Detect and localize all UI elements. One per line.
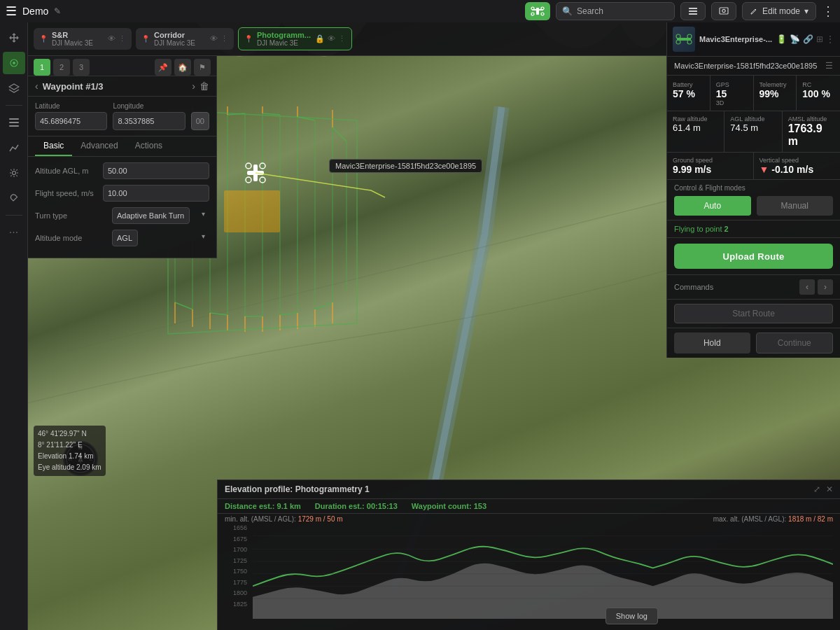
map-area[interactable]: 📍 S&R DJI Mavic 3E 👁⋮ 📍 Corridor DJI Mav… bbox=[28, 22, 840, 630]
rp-battery-label: Battery bbox=[673, 81, 704, 88]
latitude-label: Latitude bbox=[35, 102, 107, 110]
rp-agl-alt-value: 74.5 m bbox=[730, 122, 776, 133]
rp-modes-label: Control & Flight modes bbox=[674, 184, 833, 192]
wp-tabs-row: 1 2 3 📌 🏠 ⚑ bbox=[28, 56, 216, 76]
flight-speed-label: Flight speed, m/s bbox=[35, 189, 103, 197]
show-log-button[interactable]: Show log bbox=[606, 608, 658, 624]
wp-tab-flag[interactable]: ⚑ bbox=[194, 59, 211, 76]
svg-rect-9 bbox=[720, 8, 728, 14]
more-button[interactable]: ⋮ bbox=[822, 4, 834, 19]
rp-rc-stat: RC 100 % bbox=[797, 76, 840, 111]
rp-battery-icon[interactable]: 🔋 bbox=[776, 34, 787, 44]
flight-item-corridor-controls: 👁⋮ bbox=[210, 34, 228, 43]
ep-yaxis: 1825 1800 1775 1750 1725 1700 1675 1656 bbox=[225, 524, 250, 608]
sidebar-item-layers[interactable] bbox=[3, 77, 25, 99]
svg-point-4 bbox=[531, 13, 534, 15]
rp-commands-next[interactable]: › bbox=[818, 279, 833, 295]
show-log-section: Show log bbox=[606, 608, 658, 624]
search-icon: 🔍 bbox=[562, 6, 573, 16]
ep-close-button[interactable]: ✕ bbox=[826, 484, 833, 494]
rp-link-icon[interactable]: 🔗 bbox=[803, 34, 813, 44]
rp-gps-label: GPS bbox=[716, 81, 748, 88]
rp-telemetry-stat: Telemetry 99% bbox=[754, 76, 797, 111]
rp-battery-stat: Battery 57 % bbox=[667, 76, 710, 111]
rp-auto-button[interactable]: Auto bbox=[674, 196, 751, 216]
start-route-button[interactable]: Start Route bbox=[674, 304, 833, 323]
wp-tab-home[interactable]: 🏠 bbox=[174, 59, 191, 76]
wp-title: Waypoint #1/3 bbox=[43, 81, 188, 92]
wp-subtab-actions[interactable]: Actions bbox=[127, 136, 171, 156]
menu-icon[interactable]: ☰ bbox=[6, 4, 17, 19]
coord-extra-button[interactable]: 00 bbox=[191, 112, 209, 130]
flight-item-photogramm[interactable]: 📍 Photogramm... DJI Mavic 3E 🔒👁⋮ bbox=[238, 27, 352, 50]
continue-button[interactable]: Continue bbox=[756, 332, 834, 354]
flight-item-corridor[interactable]: 📍 Corridor DJI Mavic 3E 👁⋮ bbox=[136, 28, 234, 50]
wp-delete-button[interactable]: 🗑 bbox=[200, 80, 209, 92]
longitude-label: Longitude bbox=[113, 102, 185, 110]
flight-item-sr-drone: DJI Mavic 3E bbox=[52, 39, 104, 47]
sidebar-item-more[interactable]: ··· bbox=[3, 221, 25, 244]
ep-ylabel-1825: 1825 bbox=[225, 601, 250, 608]
edit-mode-button[interactable]: Edit mode ▾ bbox=[742, 2, 816, 20]
altitude-mode-select[interactable]: AGL bbox=[112, 230, 138, 246]
rp-signal-icon[interactable]: 📡 bbox=[790, 34, 800, 44]
topbar: ☰ Demo ✎ 🔍 Search Edit mode ▾ ⋮ bbox=[0, 0, 840, 22]
wp-subtab-basic[interactable]: Basic bbox=[35, 136, 72, 156]
rp-speed-arrow: ▼ bbox=[760, 164, 769, 175]
rp-device-menu-icon[interactable]: ☰ bbox=[825, 61, 833, 71]
turn-type-select[interactable]: Adaptive Bank Turn bbox=[112, 207, 190, 224]
sidebar-item-list[interactable] bbox=[3, 111, 25, 134]
rp-more-icon[interactable]: ⋮ bbox=[826, 34, 834, 44]
sidebar-item-wrench[interactable] bbox=[3, 187, 25, 209]
flight-speed-input[interactable] bbox=[103, 185, 209, 202]
main-area: ··· 📍 bbox=[0, 22, 840, 630]
flight-item-photogramm-name: Photogramm... bbox=[257, 31, 311, 39]
turn-type-select-wrap: Adaptive Bank Turn bbox=[112, 207, 209, 224]
altitude-agl-input[interactable] bbox=[103, 162, 209, 179]
hold-button[interactable]: Hold bbox=[674, 332, 750, 354]
rp-expand-icon[interactable]: ⊞ bbox=[816, 34, 823, 44]
rp-commands-prev[interactable]: ‹ bbox=[799, 279, 815, 295]
ep-expand-button[interactable]: ⤢ bbox=[813, 484, 820, 494]
wp-tab-pin[interactable]: 📌 bbox=[155, 59, 172, 76]
drone-icon-button[interactable] bbox=[525, 2, 550, 20]
rp-device-id-text: Mavic3Enterprise-1581f5fhd23ce00e1895 bbox=[674, 62, 817, 70]
sidebar-item-route[interactable] bbox=[3, 52, 25, 74]
ep-header: Elevation profile: Photogrammetry 1 ⤢ ✕ bbox=[218, 480, 840, 499]
rp-altitudes-grid: Raw altitude 61.4 m AGL altitude 74.5 m … bbox=[667, 111, 840, 153]
wp-tab-1[interactable]: 1 bbox=[34, 59, 50, 76]
ep-ylabel-1800: 1800 bbox=[225, 589, 250, 596]
flight-item-corridor-drone: DJI Mavic 3E bbox=[154, 39, 206, 47]
longitude-group: Longitude bbox=[113, 102, 185, 130]
longitude-input[interactable] bbox=[113, 112, 185, 130]
wp-header: ‹ Waypoint #1/3 › 🗑 bbox=[28, 76, 216, 97]
altitude-mode-label: Altitude mode bbox=[35, 234, 112, 242]
coord-lat-lon: 46° 41'29.97'' N bbox=[38, 428, 102, 440]
search-box[interactable]: 🔍 Search bbox=[556, 2, 675, 20]
latitude-input[interactable] bbox=[35, 112, 107, 130]
coords-display: 46° 41'29.97'' N 8° 21'11.22'' E Elevati… bbox=[34, 426, 106, 476]
wp-back-button[interactable]: ‹ bbox=[35, 80, 38, 92]
wp-subtab-advanced[interactable]: Advanced bbox=[72, 136, 126, 156]
ep-ylabel-1656: 1656 bbox=[225, 524, 250, 531]
ep-distance: Distance est.: 9.1 km bbox=[225, 502, 301, 510]
upload-route-button[interactable]: Upload Route bbox=[674, 244, 833, 269]
layers-button[interactable] bbox=[680, 2, 706, 20]
rp-ground-speed-value: 9.99 m/s bbox=[673, 164, 748, 175]
svg-rect-8 bbox=[689, 13, 697, 15]
screenshot-button[interactable] bbox=[711, 2, 736, 20]
ep-max-alt: max. alt. (AMSL / AGL): 1818 m / 82 m bbox=[713, 515, 833, 523]
rp-upload-section: Upload Route bbox=[667, 238, 840, 275]
rp-manual-button[interactable]: Manual bbox=[757, 196, 834, 216]
wp-next-button[interactable]: › bbox=[192, 80, 195, 92]
sidebar-item-chart[interactable] bbox=[3, 136, 25, 159]
sidebar-item-move[interactable] bbox=[3, 27, 25, 49]
rp-rc-label: RC bbox=[802, 81, 834, 88]
wp-tab-3[interactable]: 3 bbox=[73, 59, 90, 76]
flight-item-sr[interactable]: 📍 S&R DJI Mavic 3E 👁⋮ bbox=[34, 28, 132, 50]
edit-pencil-icon[interactable]: ✎ bbox=[54, 6, 61, 16]
app-name: Demo bbox=[22, 6, 48, 17]
wp-tab-2[interactable]: 2 bbox=[53, 59, 70, 76]
sidebar-item-settings[interactable] bbox=[3, 162, 25, 184]
rp-amsl-alt-value: 1763.9 m bbox=[788, 122, 834, 148]
